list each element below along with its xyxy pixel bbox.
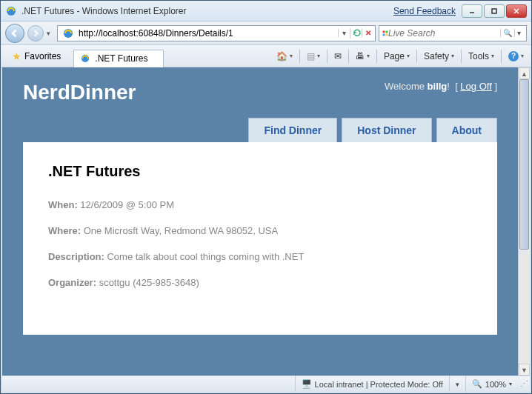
svg-rect-6 [383, 30, 385, 33]
search-button[interactable]: 🔍 [500, 29, 514, 37]
dinner-organizer: Organizer: scottgu (425-985-3648) [48, 277, 472, 288]
dinner-where: Where: One Microsft Way, Redmond WA 9805… [48, 225, 472, 236]
status-bar: 🖥️ Local intranet | Protected Mode: Off … [2, 375, 530, 392]
tab-favicon [80, 53, 90, 64]
address-dropdown[interactable]: ▾ [338, 29, 350, 37]
navigation-bar: ▾ ▾ ✕ 🔍 ▾ [1, 21, 531, 45]
svg-rect-2 [492, 9, 496, 13]
url-input[interactable] [77, 28, 338, 39]
browser-tab[interactable]: .NET Futures [73, 50, 163, 67]
nav-history-dropdown[interactable]: ▾ [47, 30, 54, 37]
site-brand[interactable]: NerdDinner [23, 81, 136, 104]
refresh-button[interactable] [350, 28, 362, 39]
separator [299, 50, 300, 63]
back-button[interactable] [5, 24, 24, 43]
dinner-title: .NET Futures [48, 163, 472, 180]
browser-viewport: NerdDinner Welcome billg! [ Log Off ] Fi… [2, 67, 518, 375]
svg-rect-7 [386, 30, 388, 33]
search-dropdown[interactable]: ▾ [514, 29, 523, 37]
search-input[interactable] [388, 28, 500, 39]
zoom-icon: 🔍 [472, 379, 482, 389]
page-menu[interactable]: Page▾ [381, 49, 413, 64]
maximize-button[interactable] [484, 4, 505, 18]
help-button[interactable]: ?▾ [505, 49, 527, 64]
tab-title: .NET Futures [95, 53, 147, 64]
separator [416, 50, 417, 63]
welcome-text: Welcome billg! [ Log Off ] [385, 81, 497, 92]
ie-favicon [5, 5, 17, 17]
nav-host-dinner[interactable]: Host Dinner [342, 118, 431, 142]
home-button[interactable]: 🏠▾ [273, 49, 296, 64]
help-icon: ? [508, 51, 519, 61]
separator [327, 50, 327, 63]
tools-menu[interactable]: Tools▾ [465, 49, 497, 64]
shield-icon: ▾ [456, 381, 459, 388]
window-titlebar: .NET Futures - Windows Internet Explorer… [1, 1, 531, 21]
svg-rect-9 [386, 33, 388, 36]
forward-button[interactable] [27, 25, 44, 41]
printer-icon: 🖶 [356, 51, 365, 61]
privacy-status[interactable]: ▾ [449, 376, 465, 392]
print-button[interactable]: 🖶▾ [353, 49, 373, 64]
read-mail-button[interactable]: ✉ [331, 49, 345, 64]
home-icon: 🏠 [276, 51, 287, 61]
scroll-thumb[interactable] [519, 79, 529, 250]
security-zone[interactable]: 🖥️ Local intranet | Protected Mode: Off [295, 376, 449, 392]
close-button[interactable] [506, 4, 527, 18]
stop-button[interactable]: ✕ [362, 29, 373, 37]
nav-about[interactable]: About [436, 118, 497, 142]
page-body: NerdDinner Welcome billg! [ Log Off ] Fi… [2, 67, 518, 375]
command-bar: ★ Favorites .NET Futures 🏠▾ ▤▾ ✉ 🖶▾ Page… [1, 45, 531, 67]
vertical-scrollbar[interactable]: ▲ ▼ [518, 67, 530, 375]
rss-icon: ▤ [307, 51, 315, 61]
separator [376, 50, 377, 63]
favorites-button[interactable]: ★ Favorites [5, 47, 67, 65]
favorites-label: Favorites [24, 51, 61, 61]
site-nav: Find Dinner Host Dinner About [2, 118, 518, 142]
nav-find-dinner[interactable]: Find Dinner [248, 118, 337, 142]
dinner-when: When: 12/6/2009 @ 5:00 PM [48, 199, 472, 210]
star-icon: ★ [12, 50, 21, 62]
separator [461, 50, 462, 63]
svg-rect-8 [383, 33, 385, 36]
live-search-icon [382, 28, 388, 39]
separator [348, 50, 349, 63]
dinner-description: Description: Come talk about cool things… [48, 251, 472, 262]
computer-icon: 🖥️ [302, 379, 312, 389]
minimize-button[interactable] [462, 4, 482, 18]
safety-menu[interactable]: Safety▾ [421, 49, 457, 64]
address-bar: ▾ ✕ [57, 25, 376, 41]
zoom-control[interactable]: 🔍 100% ▾ [465, 376, 518, 392]
content-card: .NET Futures When: 12/6/2009 @ 5:00 PM W… [23, 142, 497, 335]
resize-grip[interactable]: ⋰ [518, 379, 530, 389]
search-box: 🔍 ▾ [379, 25, 527, 41]
scroll-track[interactable] [519, 79, 530, 364]
username: billg [428, 81, 448, 92]
mail-icon: ✉ [334, 51, 342, 61]
separator [501, 50, 502, 63]
scroll-up-button[interactable]: ▲ [519, 67, 530, 79]
send-feedback-link[interactable]: Send Feedback [393, 6, 456, 16]
scroll-down-button[interactable]: ▼ [519, 364, 530, 375]
page-favicon [62, 27, 74, 39]
window-title: .NET Futures - Windows Internet Explorer [21, 6, 393, 16]
logoff-link[interactable]: Log Off [460, 81, 491, 92]
feeds-button[interactable]: ▤▾ [304, 49, 323, 64]
